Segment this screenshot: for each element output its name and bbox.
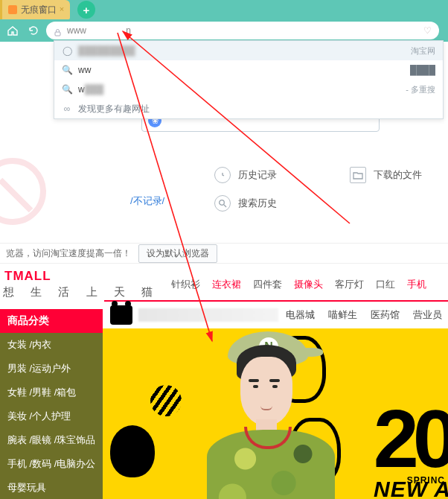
hero-new-label: NEW A — [374, 477, 448, 499]
stripe-ball-graphic — [150, 385, 182, 416]
tab-title: 无痕窗口 — [21, 4, 57, 16]
topcat-link[interactable]: 手机 — [407, 278, 426, 291]
tab-incognito[interactable]: 无痕窗口 × — [0, 0, 70, 19]
address-row: ♡ — [0, 19, 448, 42]
history-link[interactable]: 历史记录 — [214, 167, 277, 183]
search-icon: 🔍 — [62, 65, 72, 75]
sub-nav: 电器城 喵鲜生 医药馆 营业员 — [104, 300, 448, 328]
address-suggestions: ◯ █████████ 淘宝网 🔍 ww ████ 🔍 w███ - 多重搜 ∞… — [54, 40, 444, 119]
no-record-label: /不记录/ — [130, 194, 164, 208]
search-icon — [214, 195, 231, 212]
favorite-icon[interactable]: ♡ — [423, 25, 432, 36]
svg-rect-0 — [55, 32, 60, 36]
clock-icon — [214, 167, 231, 183]
tmall-page: TMALL 想 生 活 上 天 猫 针织衫 连衣裙 四件套 摄像头 客厅灯 口红… — [0, 264, 448, 499]
svg-point-1 — [220, 200, 225, 206]
user-icon: ◯ — [62, 45, 72, 56]
tab-strip: 无痕窗口 × + — [0, 0, 448, 19]
sidebar-item[interactable]: 母婴玩具 — [0, 476, 103, 499]
tmall-slogan: 想 生 活 上 天 猫 — [3, 285, 159, 299]
sidebar-item[interactable]: 美妆 /个人护理 — [0, 404, 103, 428]
topcat-link[interactable]: 连衣裙 — [212, 278, 241, 291]
tab-close-icon[interactable]: × — [57, 4, 67, 14]
topcat-link[interactable]: 四件套 — [253, 278, 282, 291]
topcat-link[interactable]: 针织衫 — [171, 278, 200, 291]
tmall-cat-icon[interactable] — [110, 305, 132, 325]
lock-icon — [54, 26, 63, 35]
hero-person: N — [199, 328, 348, 499]
topcat-link[interactable]: 客厅灯 — [335, 278, 364, 291]
topcat-link[interactable]: 口红 — [376, 278, 395, 291]
suggestion-row[interactable]: 🔍 w███ - 多重搜 — [54, 80, 443, 99]
folder-icon — [350, 167, 366, 183]
reload-icon[interactable] — [25, 22, 42, 39]
no-entry-watermark — [0, 158, 46, 225]
subnav-link[interactable]: 电器城 — [286, 308, 315, 322]
sidebar-categories: 商品分类 女装 /内衣 男装 /运动户外 女鞋 /男鞋 /箱包 美妆 /个人护理… — [0, 309, 103, 499]
downloads-link[interactable]: 下载的文件 — [350, 167, 422, 183]
hero-big-number: 20 — [374, 391, 448, 486]
suggestion-sitename: 淘宝网 — [411, 45, 435, 57]
subnav-blurred — [138, 308, 278, 322]
address-bar[interactable]: ♡ — [46, 22, 439, 39]
suggestion-row[interactable]: 🔍 ww ████ — [54, 60, 443, 80]
subnav-link[interactable]: 医药馆 — [371, 308, 400, 322]
suggestion-more[interactable]: ∞ 发现更多有趣网址 — [54, 99, 443, 118]
default-browser-prompt: 览器，访问淘宝速度提高一倍！ 设为默认浏览器 — [0, 243, 448, 264]
mascot-silhouette — [110, 425, 155, 477]
default-browser-text: 览器，访问淘宝速度提高一倍！ — [6, 247, 131, 260]
share-icon: ∞ — [62, 104, 72, 114]
hero-banner[interactable]: N 20 SPRINC NEW A — [103, 328, 448, 499]
sidebar-item[interactable]: 手机 /数码 /电脑办公 — [0, 452, 103, 476]
address-input[interactable] — [67, 25, 423, 36]
tmall-logo: TMALL — [4, 269, 51, 284]
search-icon: 🔍 — [62, 84, 72, 95]
suggestion-row[interactable]: ◯ █████████ 淘宝网 — [54, 41, 443, 60]
top-category-links: 针织衫 连衣裙 四件套 摄像头 客厅灯 口红 手机 — [171, 278, 426, 291]
subnav-link[interactable]: 营业员 — [413, 308, 442, 322]
subnav-link[interactable]: 喵鲜生 — [328, 308, 357, 322]
sidebar-item[interactable]: 女装 /内衣 — [0, 333, 103, 357]
search-history-link[interactable]: 搜索历史 — [214, 195, 277, 212]
new-tab-button[interactable]: + — [77, 1, 95, 19]
topcat-link[interactable]: 摄像头 — [294, 278, 323, 291]
sidebar-header: 商品分类 — [0, 309, 103, 333]
sidebar-item[interactable]: 腕表 /眼镜 /珠宝饰品 — [0, 428, 103, 452]
sidebar-item[interactable]: 男装 /运动户外 — [0, 357, 103, 381]
home-icon[interactable] — [4, 22, 21, 39]
tab-favicon — [8, 5, 17, 14]
sidebar-item[interactable]: 女鞋 /男鞋 /箱包 — [0, 381, 103, 404]
set-default-browser-button[interactable]: 设为默认浏览器 — [138, 244, 217, 263]
